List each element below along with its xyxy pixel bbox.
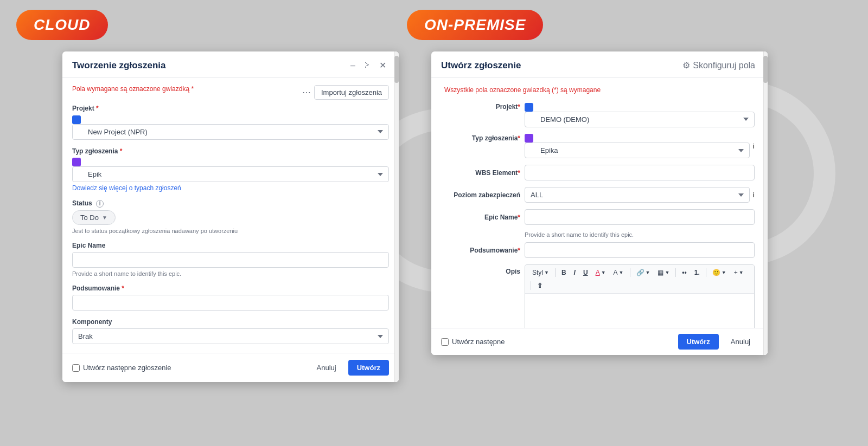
close-button[interactable]: ✕	[376, 59, 389, 72]
status-dropdown: To Do ▼	[72, 210, 116, 225]
onpremise-issuetype-label: Typ zgłoszenia*	[444, 134, 520, 142]
cloud-required-note: Pola wymagane są oznaczone gwiazdką *	[72, 85, 194, 93]
security-input-wrapper: ALL i	[525, 187, 755, 203]
onpremise-project-select[interactable]: DEMO (DEMO)	[525, 112, 755, 127]
cloud-dialog-title: Tworzenie zgłoszenia	[72, 60, 348, 71]
onpremise-epic-name-row: Epic Name*	[444, 209, 755, 225]
create-next-checkbox[interactable]	[72, 364, 80, 372]
link-dropdown[interactable]: 🔗 ▼	[634, 267, 653, 278]
components-group: Komponenty Brak	[72, 318, 389, 344]
status-info-icon[interactable]: i	[96, 200, 104, 208]
cloud-cancel-button[interactable]: Anuluj	[309, 360, 344, 375]
style-dropdown[interactable]: Styl ▼	[529, 267, 552, 278]
components-select[interactable]: Brak	[72, 328, 389, 344]
onpremise-dialog-title: Utwórz zgłoszenie	[441, 60, 680, 71]
bold-button[interactable]: B	[559, 267, 569, 278]
cloud-dialog-footer: Utwórz następne zgłoszenie Anuluj Utwórz	[62, 353, 399, 382]
onpremise-dialog-header: Utwórz zgłoszenie ⚙ Skonfiguruj pola	[431, 51, 768, 77]
more-options-button[interactable]: ⋯	[299, 86, 314, 99]
issue-type-group: Typ zgłoszenia * Epik Dowiedz się więcej…	[72, 147, 389, 192]
onpremise-issuetype-wrapper: Epika	[525, 134, 750, 159]
learn-more-link[interactable]: Dowiedz się więcej o typach zgłoszeń	[72, 184, 181, 192]
more-format-dropdown[interactable]: A ▼	[611, 267, 627, 278]
onpremise-create-next-checkbox[interactable]	[441, 338, 449, 346]
cloud-create-button[interactable]: Utwórz	[348, 360, 389, 376]
onpremise-cancel-button[interactable]: Anuluj	[723, 334, 758, 349]
onpremise-required-note: Wszystkie pola oznaczone gwiazdką (*) są…	[444, 86, 755, 94]
wbs-input[interactable]	[525, 165, 755, 180]
onpremise-create-button[interactable]: Utwórz	[678, 334, 719, 350]
ordered-list-button[interactable]: 1.	[692, 267, 703, 278]
minimize-button[interactable]: –	[348, 60, 358, 72]
onpremise-header-actions: ⚙ Skonfiguruj pola	[680, 59, 758, 72]
gear-icon: ⚙	[682, 60, 690, 70]
security-info-icon[interactable]: i	[753, 191, 755, 199]
onpremise-dialog-footer: Utwórz następne Utwórz Anuluj	[431, 328, 768, 355]
status-button[interactable]: To Do ▼	[72, 210, 116, 225]
onpremise-summary-input[interactable]	[525, 242, 755, 258]
wbs-row: WBS Element*	[444, 165, 755, 180]
toolbar-sep-2	[630, 268, 630, 277]
cloud-dialog-header: Tworzenie zgłoszenia – ⧽ ✕	[62, 51, 399, 77]
cloud-dialog-body: Pola wymagane są oznaczone gwiazdką * ⋯ …	[62, 77, 399, 376]
font-color-dropdown[interactable]: A ▼	[593, 267, 609, 278]
toolbar-sep-1	[555, 268, 556, 277]
unordered-list-button[interactable]: ••	[679, 267, 689, 278]
demo-project-icon	[525, 103, 533, 112]
editor-toolbar: Styl ▼ B I U A ▼ A ▼	[525, 265, 754, 294]
onpremise-project-input: DEMO (DEMO)	[525, 102, 755, 127]
status-note: Jest to status początkowy zgłoszenia nad…	[72, 228, 389, 234]
project-select[interactable]: New Project (NPR)	[72, 124, 389, 140]
summary-input[interactable]	[72, 295, 389, 311]
onpremise-scrollbar	[763, 51, 768, 355]
expand-button[interactable]: ⧽	[362, 60, 372, 72]
italic-button[interactable]: I	[571, 267, 578, 278]
onpremise-epic-name-input-wrapper	[525, 209, 755, 225]
create-next-label[interactable]: Utwórz następne zgłoszenie	[72, 364, 171, 372]
emoji-dropdown[interactable]: 🙂 ▼	[710, 267, 729, 278]
epika-icon	[525, 134, 533, 143]
components-label: Komponenty	[72, 318, 389, 326]
onpremise-issuetype-select[interactable]: Epika	[525, 143, 750, 158]
insert-arrow-icon: ▼	[739, 270, 744, 275]
security-row: Poziom zabezpieczeń ALL i	[444, 187, 755, 203]
toolbar-sep-3	[675, 268, 676, 277]
issuetype-info-icon[interactable]: i	[753, 142, 755, 150]
status-arrow-icon: ▼	[102, 215, 107, 221]
onpremise-project-row: Projekt* DEMO (DEMO)	[444, 102, 755, 127]
status-group: Status i To Do ▼ Jest to status początko…	[72, 199, 389, 234]
wbs-input-wrapper	[525, 165, 755, 180]
onpremise-epic-name-label: Epic Name*	[444, 214, 520, 221]
project-label: Projekt *	[72, 105, 389, 112]
summary-label: Podsumowanie *	[72, 285, 389, 292]
underline-button[interactable]: U	[580, 267, 591, 278]
cloud-scrollbar	[394, 51, 399, 382]
security-label: Poziom zabezpieczeń	[444, 191, 520, 199]
onpremise-epic-name-hint: Provide a short name to identify this ep…	[525, 231, 755, 238]
epic-name-input[interactable]	[72, 252, 389, 268]
link-arrow-icon: ▼	[646, 270, 650, 275]
status-label: Status i	[72, 199, 389, 208]
expand-editor-button[interactable]: ⇧	[534, 280, 545, 291]
font-color-arrow-icon: ▼	[601, 270, 606, 275]
project-select-wrapper: New Project (NPR)	[72, 115, 389, 140]
onpremise-dialog: Utwórz zgłoszenie ⚙ Skonfiguruj pola Wsz…	[431, 51, 768, 355]
table-dropdown[interactable]: ▦ ▼	[655, 267, 672, 278]
epic-name-group: Epic Name Provide a short name to identi…	[72, 242, 389, 277]
cloud-scrollbar-thumb	[394, 56, 399, 83]
onpremise-project-label: Projekt*	[444, 103, 520, 111]
summary-group: Podsumowanie *	[72, 285, 389, 311]
configure-fields-button[interactable]: ⚙ Skonfiguruj pola	[680, 59, 758, 72]
onpremise-create-next-label[interactable]: Utwórz następne	[441, 338, 505, 346]
onpremise-epic-name-input[interactable]	[525, 209, 755, 225]
cloud-dialog-header-actions: – ⧽ ✕	[348, 59, 389, 72]
wbs-label: WBS Element*	[444, 169, 520, 177]
cloud-badge: CLOUD	[16, 10, 108, 40]
insert-dropdown[interactable]: + ▼	[731, 267, 746, 278]
issue-type-select-wrapper: Epik	[72, 158, 389, 183]
security-select[interactable]: ALL	[525, 187, 750, 203]
toolbar-sep-4	[706, 268, 706, 277]
import-button[interactable]: Importuj zgłoszenia	[314, 85, 389, 100]
issue-type-select[interactable]: Epik	[72, 166, 389, 182]
onpremise-summary-label: Podsumowanie*	[444, 247, 520, 254]
